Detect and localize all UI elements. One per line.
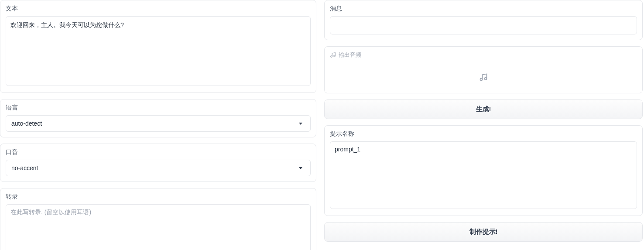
language-label: 语言 <box>6 104 311 112</box>
music-icon <box>479 73 488 82</box>
accent-value: no-accent <box>11 164 38 171</box>
text-panel: 文本 <box>0 0 316 93</box>
chevron-down-icon <box>299 123 302 125</box>
message-input[interactable] <box>330 16 637 34</box>
text-input[interactable] <box>6 16 311 86</box>
text-label: 文本 <box>6 5 311 13</box>
make-prompt-button[interactable]: 制作提示! <box>324 222 643 242</box>
message-panel: 消息 <box>324 0 643 40</box>
audio-output-placeholder <box>330 68 637 86</box>
audio-output-label: 输出音频 <box>339 51 361 59</box>
prompt-name-panel: 提示名称 <box>324 125 643 216</box>
transcript-panel: 转录 <box>0 188 316 250</box>
generate-button[interactable]: 生成! <box>324 99 643 119</box>
music-icon <box>330 52 336 58</box>
accent-panel: 口音 no-accent <box>0 144 316 182</box>
transcript-input[interactable] <box>6 204 311 250</box>
prompt-name-label: 提示名称 <box>330 130 637 138</box>
chevron-down-icon <box>299 167 302 169</box>
accent-label: 口音 <box>6 148 311 156</box>
language-panel: 语言 auto-detect <box>0 99 316 137</box>
prompt-name-input[interactable] <box>330 141 637 209</box>
accent-select[interactable]: no-accent <box>6 160 311 176</box>
transcript-label: 转录 <box>6 193 311 201</box>
message-label: 消息 <box>330 5 637 13</box>
audio-output-panel: 输出音频 <box>324 46 643 93</box>
language-select[interactable]: auto-detect <box>6 115 311 132</box>
language-value: auto-detect <box>11 120 42 127</box>
